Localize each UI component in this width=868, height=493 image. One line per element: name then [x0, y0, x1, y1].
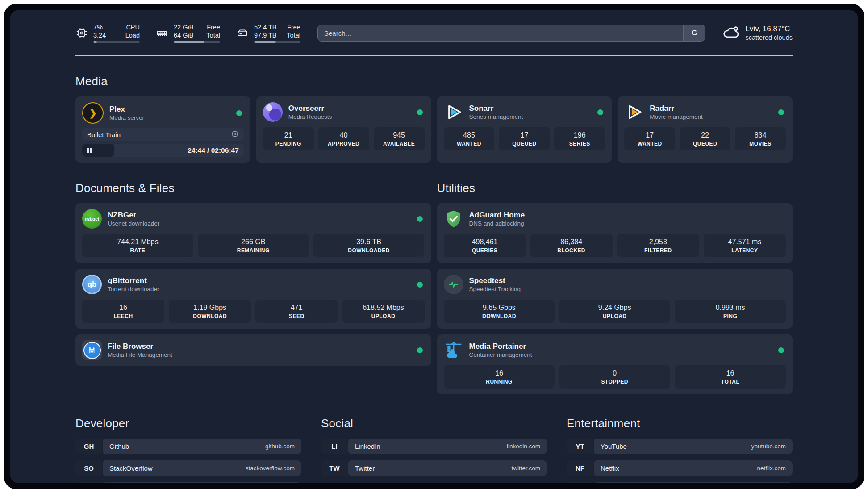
cloud-icon	[722, 23, 740, 43]
stat-tile: 47.571 msLATENCY	[704, 234, 786, 257]
media-card-row: ❯ Plex Media server Bullet Train	[75, 96, 793, 163]
bookmark-youtube[interactable]: YT YouTubeyoutube.com	[567, 439, 793, 454]
disk-free-label: Free	[287, 23, 300, 31]
stat-tile: 266 GBREMAINING	[198, 234, 309, 257]
sonarr-icon	[444, 102, 463, 122]
app-card-overseerr[interactable]: Overseerr Media Requests 21PENDING 40APP…	[256, 96, 431, 163]
app-description: Media server	[109, 114, 230, 121]
cpu-load-value: 3.24	[93, 31, 106, 39]
app-card-radarr[interactable]: Radarr Movie management 17WANTED 22QUEUE…	[618, 96, 793, 163]
status-online-dot	[417, 109, 423, 115]
bookmark-name: YouTube	[601, 443, 627, 450]
gear-icon[interactable]	[231, 130, 239, 139]
stat-tile: 1.19 GbpsDOWNLOAD	[169, 300, 251, 323]
system-stats: 7%CPU 3.24Load 22 GiBFree 64 GiBTotal	[75, 23, 300, 43]
bookmark-url: twitter.com	[511, 465, 540, 472]
stat-tile: 86,384BLOCKED	[530, 234, 613, 257]
bookmark-url: stackoverflow.com	[246, 465, 295, 472]
app-card-sonarr[interactable]: Sonarr Series management 485WANTED 17QUE…	[437, 96, 612, 163]
app-description: Usenet downloader	[108, 220, 411, 227]
stat-tile: 9.24 GbpsUPLOAD	[559, 300, 670, 323]
search-input[interactable]	[318, 25, 683, 41]
app-card-qbittorrent[interactable]: qb qBittorrent Torrent downloader 16LEEC…	[75, 269, 431, 329]
app-description: Container management	[469, 351, 773, 359]
nzbget-icon: nzbget	[82, 209, 102, 229]
stat-tile: 40APPROVED	[318, 127, 369, 150]
weather-location-temp: Lviv, 16.87°C	[745, 24, 793, 33]
cpu-icon	[75, 27, 88, 39]
now-playing-title: Bullet Train	[87, 131, 121, 138]
status-online-dot	[597, 109, 603, 115]
app-description: Torrent downloader	[108, 285, 411, 293]
status-online-dot	[417, 216, 423, 222]
bookmark-reddit[interactable]: RE Redditreddit.com	[567, 482, 793, 483]
bookmark-github[interactable]: GH Githubgithub.com	[75, 439, 301, 454]
radarr-icon	[624, 102, 644, 122]
stat-tile: 17QUEUED	[499, 127, 550, 150]
app-name: Plex	[109, 104, 230, 114]
ram-total-value: 64 GiB	[174, 31, 193, 39]
app-card-plex[interactable]: ❯ Plex Media server Bullet Train	[75, 96, 250, 163]
ram-total-label: Total	[206, 31, 220, 39]
cpu-stat: 7%CPU 3.24Load	[75, 23, 140, 43]
app-card-speedtest[interactable]: Speedtest Speedtest Tracking 9.65 GbpsDO…	[437, 269, 793, 329]
bookmark-badge: TW	[321, 460, 348, 476]
bookmark-badge: SO	[75, 460, 102, 476]
stat-tile: 16RUNNING	[444, 365, 555, 389]
bookmark-twitter[interactable]: TW Twittertwitter.com	[321, 460, 547, 476]
stat-tile: 2,953FILTERED	[617, 234, 699, 257]
qbittorrent-icon: qb	[82, 275, 102, 294]
pause-icon[interactable]	[87, 148, 92, 153]
cpu-load-label: Load	[125, 31, 140, 39]
bookmark-badge: GH	[75, 439, 102, 454]
stat-tile: 21PENDING	[263, 127, 314, 150]
app-name: NZBGet	[108, 210, 411, 220]
stat-tile: 834MOVIES	[735, 127, 786, 150]
section-title-social: Social	[321, 417, 547, 430]
header-divider	[75, 55, 793, 56]
bookmark-badge: DT	[75, 482, 102, 483]
ram-free-label: Free	[207, 23, 220, 31]
section-title-documents: Documents & Files	[75, 181, 431, 195]
bookmark-netflix[interactable]: NF Netflixnetflix.com	[567, 460, 793, 476]
playback-progress-bar[interactable]: 24:44 / 02:06:47	[82, 144, 244, 157]
section-title-media: Media	[75, 75, 793, 88]
plex-now-playing: Bullet Train 24:44 / 02:06:47	[82, 128, 244, 157]
speedtest-icon	[444, 275, 463, 294]
bookmark-linkedin[interactable]: LI LinkedInlinkedin.com	[321, 439, 547, 454]
section-title-entertainment: Entertainment	[567, 417, 793, 430]
status-online-dot	[778, 347, 784, 353]
stat-tile: 17WANTED	[624, 127, 675, 150]
cpu-progress-bar	[93, 41, 140, 43]
app-card-portainer[interactable]: Media Portainer Container management 16R…	[437, 334, 793, 394]
stat-tile: 498,461QUERIES	[444, 234, 526, 257]
section-title-developer: Developer	[75, 417, 301, 430]
cpu-label: CPU	[126, 23, 140, 31]
disk-total-value: 97.9 TB	[254, 31, 277, 39]
bookmark-badge: NF	[567, 460, 593, 476]
app-card-filebrowser[interactable]: File Browser Media File Management	[75, 334, 431, 366]
app-name: qBittorrent	[108, 276, 411, 285]
app-name: Radarr	[650, 104, 772, 113]
app-description: Speedtest Tracking	[469, 285, 786, 293]
overseerr-icon	[263, 102, 283, 122]
top-bar: 7%CPU 3.24Load 22 GiBFree 64 GiBTotal	[75, 20, 793, 46]
app-card-nzbget[interactable]: nzbget NZBGet Usenet downloader 744.21 M…	[75, 203, 431, 263]
stat-tile: 471SEED	[255, 300, 338, 323]
bookmark-stackoverflow[interactable]: SO StackOverflowstackoverflow.com	[75, 460, 301, 476]
stat-tile: 618.52 MbpsUPLOAD	[342, 300, 424, 323]
weather-condition: scattered clouds	[745, 33, 793, 42]
bookmark-badge: LI	[321, 439, 348, 454]
app-card-adguard[interactable]: AdGuard Home DNS and adblocking 498,461Q…	[437, 203, 793, 263]
status-online-dot	[417, 282, 423, 288]
bookmark-url: github.com	[265, 443, 295, 450]
search-engine-button[interactable]: G	[683, 25, 705, 41]
plex-icon: ❯	[82, 102, 104, 124]
app-name: Speedtest	[469, 276, 786, 285]
bookmark-url: youtube.com	[751, 443, 786, 450]
ram-icon	[156, 27, 168, 39]
stat-tile: 9.65 GbpsDOWNLOAD	[444, 300, 555, 323]
bookmark-dev[interactable]: DT DEVdev.to	[75, 482, 301, 483]
cpu-usage-value: 7%	[93, 23, 103, 31]
section-title-utilities: Utilities	[437, 181, 793, 195]
